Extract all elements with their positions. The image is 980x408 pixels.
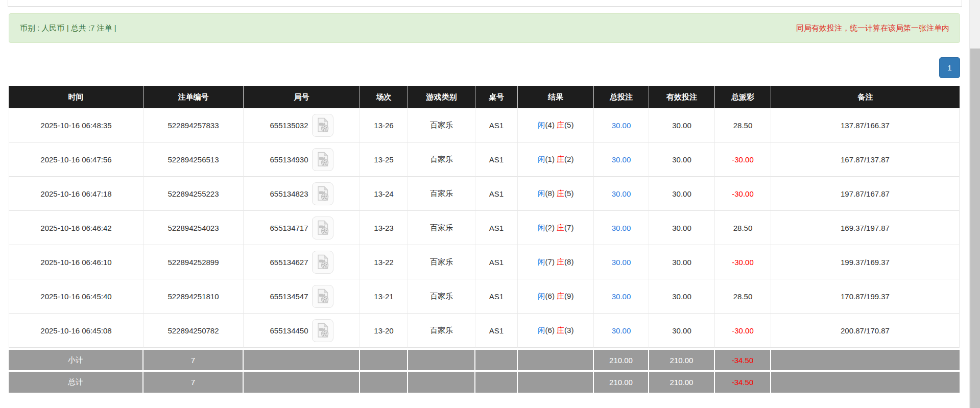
table-row-2: 2025-10-16 06:47:56 522894256513 6551349… [9,142,960,177]
total-bet-link[interactable]: 30.00 [612,189,631,198]
cell-remark: 167.87/137.87 [771,142,960,177]
result-banker-score: (2) [564,155,573,163]
total-empty-remark [771,370,960,393]
round-id: 655134450 [270,326,308,335]
result-player-score: (1) [545,155,557,163]
result-player-label: 闲 [538,121,545,129]
cell-payout: -30.00 [715,314,771,348]
cell-round: 655135032 [244,108,360,142]
result-banker-score: (5) [564,189,573,198]
video-replay-button[interactable] [312,182,333,205]
cutoff-panel-bottom-edge [8,0,962,7]
result-player-label: 闲 [538,326,545,334]
cell-payout: 28.50 [715,108,771,142]
video-replay-icon [316,254,329,270]
cell-round: 655134450 [244,314,360,348]
subtotal-empty-gametype [408,348,475,370]
cell-remark: 137.87/166.37 [771,108,960,142]
column-header-1: 注单编号 [144,86,244,108]
video-replay-button[interactable] [312,114,333,137]
result-banker-score: (9) [564,292,573,300]
cell-session: 13-24 [360,177,408,211]
cell-remark: 200.87/170.87 [771,314,960,348]
column-header-5: 桌号 [475,86,518,108]
subtotal-empty-result [518,348,594,370]
column-header-0: 时间 [9,86,144,108]
subtotal-count: 7 [144,348,244,370]
total-bet-link[interactable]: 30.00 [612,326,631,335]
column-header-4: 游戏类别 [408,86,475,108]
cell-table-no: AS1 [475,177,518,211]
round-id: 655134547 [270,292,308,301]
cell-time: 2025-10-16 06:45:08 [9,314,144,348]
cell-session: 13-20 [360,314,408,348]
subtotal-empty-session [360,348,408,370]
cell-total-bet: 30.00 [594,211,649,245]
cell-game-type: 百家乐 [408,279,475,314]
cell-table-no: AS1 [475,314,518,348]
video-replay-button[interactable] [312,319,333,342]
column-header-2: 局号 [244,86,360,108]
total-empty-round [244,370,360,393]
video-replay-button[interactable] [312,251,333,274]
banner-notice-text: 同局有效投注，统一计算在该局第一张注单内 [796,23,949,33]
total-bet-link[interactable]: 30.00 [612,292,631,301]
cell-game-type: 百家乐 [408,211,475,245]
cell-bet-id: 522894252899 [144,245,244,279]
result-player-score: (2) [545,223,557,232]
subtotal-payout: -34.50 [715,348,771,370]
result-player-label: 闲 [538,155,545,163]
total-bet-link[interactable]: 30.00 [612,155,631,164]
cell-time: 2025-10-16 06:46:10 [9,245,144,279]
cell-game-type: 百家乐 [408,108,475,142]
table-row-5: 2025-10-16 06:46:10 522894252899 6551346… [9,245,960,279]
result-player-label: 闲 [538,189,545,198]
result-banker-score: (8) [564,257,573,266]
column-header-8: 有效投注 [649,86,715,108]
result-player-score: (7) [545,257,557,266]
cell-round: 655134930 [244,142,360,177]
column-header-7: 总投注 [594,86,649,108]
total-empty-session [360,370,408,393]
total-bet-link[interactable]: 30.00 [612,258,631,267]
currency-summary-text: 币别 : 人民币 | 总共 :7 注单 | [20,23,116,33]
subtotal-row: 小计 7 210.00 210.00 -34.50 [9,348,960,370]
cell-payout: -30.00 [715,142,771,177]
video-replay-icon [316,323,329,338]
video-replay-icon [316,152,329,167]
cell-time: 2025-10-16 06:47:56 [9,142,144,177]
table-row-1: 2025-10-16 06:48:35 522894257833 6551350… [9,108,960,142]
video-replay-button[interactable] [312,148,333,171]
cell-valid-bet: 30.00 [649,245,715,279]
cell-remark: 169.37/197.87 [771,211,960,245]
cell-valid-bet: 30.00 [649,279,715,314]
total-bet-link[interactable]: 30.00 [612,224,631,232]
cell-total-bet: 30.00 [594,314,649,348]
video-replay-button[interactable] [312,285,333,308]
cell-time: 2025-10-16 06:48:35 [9,108,144,142]
cell-session: 13-23 [360,211,408,245]
cell-game-type: 百家乐 [408,245,475,279]
cell-game-type: 百家乐 [408,177,475,211]
total-bet-link[interactable]: 30.00 [612,121,631,130]
result-player-score: (8) [545,189,557,198]
result-banker-score: (3) [564,326,573,334]
cell-valid-bet: 30.00 [649,108,715,142]
video-replay-button[interactable] [312,217,333,239]
scrollbar-thumb[interactable] [970,49,980,408]
total-empty-result [518,370,594,393]
cell-total-bet: 30.00 [594,245,649,279]
pagination-page-1[interactable]: 1 [939,57,960,78]
cell-bet-id: 522894251810 [144,279,244,314]
cell-result: 闲(8) 庄(5) [518,177,594,211]
subtotal-empty-remark [771,348,960,370]
cell-time: 2025-10-16 06:46:42 [9,211,144,245]
cell-round: 655134717 [244,211,360,245]
result-banker-label: 庄 [557,326,564,334]
cell-result: 闲(4) 庄(5) [518,108,594,142]
column-header-9: 总派彩 [715,86,771,108]
vertical-scrollbar[interactable] [969,0,980,408]
result-banker-label: 庄 [557,223,564,232]
subtotal-empty-tableno [475,348,518,370]
cell-game-type: 百家乐 [408,142,475,177]
